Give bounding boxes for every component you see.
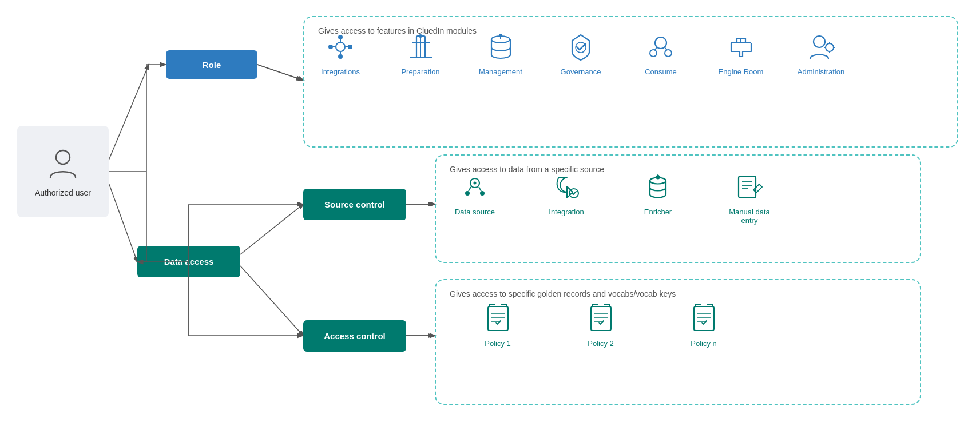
svg-point-24 bbox=[499, 34, 502, 37]
policy2-icon bbox=[585, 303, 617, 335]
authorized-user-box: Authorized user bbox=[17, 126, 109, 217]
module-governance: Governance bbox=[555, 31, 606, 76]
svg-point-26 bbox=[655, 37, 666, 49]
integration-icon bbox=[551, 172, 582, 203]
data-source-label: Data source bbox=[455, 208, 495, 216]
manual-entry-icon bbox=[734, 172, 765, 203]
administration-icon bbox=[806, 31, 837, 63]
role-label: Role bbox=[203, 60, 221, 70]
svg-point-42 bbox=[480, 191, 485, 196]
svg-rect-49 bbox=[739, 176, 756, 198]
svg-point-33 bbox=[814, 36, 825, 47]
access-item-policyn: Policy n bbox=[675, 303, 732, 348]
access-items-row: Policy 1 Policy 2 bbox=[469, 303, 732, 348]
consume-label: Consume bbox=[645, 67, 677, 76]
svg-line-30 bbox=[665, 47, 667, 50]
svg-point-34 bbox=[826, 43, 834, 51]
source-items-row: Data source Integration bbox=[446, 172, 778, 225]
svg-point-12 bbox=[348, 45, 352, 49]
source-item-datasource: Data source bbox=[446, 172, 503, 216]
management-label: Management bbox=[479, 67, 522, 76]
integrations-label: Integrations bbox=[321, 67, 360, 76]
module-integrations: Integrations bbox=[315, 31, 366, 76]
enricher-label: Enricher bbox=[644, 208, 672, 216]
svg-line-43 bbox=[469, 187, 471, 191]
svg-rect-54 bbox=[488, 306, 508, 331]
user-icon bbox=[46, 146, 80, 182]
data-access-label: Data access bbox=[164, 257, 214, 266]
policyn-label: Policy n bbox=[691, 339, 717, 348]
svg-point-8 bbox=[336, 42, 345, 51]
modules-row: Integrations Preparation bbox=[315, 31, 847, 76]
source-control-box: Source control bbox=[303, 189, 406, 220]
source-item-enricher: Enricher bbox=[629, 172, 687, 216]
module-consume: Consume bbox=[635, 31, 687, 76]
preparation-icon bbox=[405, 31, 437, 63]
access-control-label: Access control bbox=[324, 331, 386, 341]
governance-icon bbox=[565, 31, 597, 63]
svg-line-2 bbox=[257, 65, 303, 80]
source-control-label: Source control bbox=[324, 200, 385, 209]
svg-point-10 bbox=[338, 54, 343, 59]
svg-line-0 bbox=[109, 65, 149, 160]
access-item-policy1: Policy 1 bbox=[469, 303, 526, 348]
integration-label: Integration bbox=[549, 208, 584, 216]
svg-line-53 bbox=[759, 184, 762, 187]
svg-rect-62 bbox=[694, 306, 714, 331]
policy2-label: Policy 2 bbox=[588, 339, 614, 348]
source-item-manual: Manual data entry bbox=[721, 172, 778, 225]
management-icon bbox=[485, 31, 517, 63]
enricher-icon bbox=[642, 172, 674, 203]
data-access-box: Data access bbox=[137, 246, 240, 277]
svg-point-28 bbox=[665, 50, 672, 57]
data-source-icon bbox=[459, 172, 491, 203]
module-management: Management bbox=[475, 31, 526, 76]
integrations-icon bbox=[325, 31, 356, 63]
policy1-icon bbox=[482, 303, 514, 335]
governance-label: Governance bbox=[561, 67, 601, 76]
svg-line-73 bbox=[257, 65, 302, 80]
policy1-label: Policy 1 bbox=[485, 339, 511, 348]
svg-line-44 bbox=[479, 187, 481, 191]
access-control-box: Access control bbox=[303, 320, 406, 352]
role-box: Role bbox=[166, 50, 257, 79]
svg-rect-58 bbox=[591, 306, 611, 331]
consume-icon bbox=[645, 31, 677, 63]
svg-line-1 bbox=[109, 183, 137, 262]
svg-point-40 bbox=[473, 182, 476, 185]
svg-line-3 bbox=[240, 204, 303, 254]
module-engine-room: Engine Room bbox=[715, 31, 767, 76]
preparation-label: Preparation bbox=[401, 67, 439, 76]
svg-line-29 bbox=[654, 47, 657, 50]
administration-label: Administration bbox=[798, 67, 844, 76]
module-administration: Administration bbox=[795, 31, 847, 76]
source-item-integration: Integration bbox=[538, 172, 595, 216]
diagram-container: Authorized user Role Data access Source … bbox=[0, 0, 980, 426]
svg-point-7 bbox=[56, 150, 70, 164]
svg-point-21 bbox=[419, 34, 422, 38]
engine-room-icon bbox=[725, 31, 757, 63]
module-preparation: Preparation bbox=[395, 31, 446, 76]
svg-point-27 bbox=[650, 50, 657, 57]
svg-point-11 bbox=[328, 45, 333, 49]
policyn-icon bbox=[688, 303, 720, 335]
access-item-policy2: Policy 2 bbox=[572, 303, 629, 348]
access-description: Gives access to specific golden records … bbox=[447, 289, 678, 298]
svg-point-41 bbox=[465, 191, 470, 196]
svg-point-9 bbox=[338, 35, 343, 39]
user-label: Authorized user bbox=[35, 188, 91, 197]
engine-room-label: Engine Room bbox=[719, 67, 764, 76]
manual-entry-label: Manual data entry bbox=[729, 208, 770, 225]
svg-line-4 bbox=[240, 266, 303, 336]
